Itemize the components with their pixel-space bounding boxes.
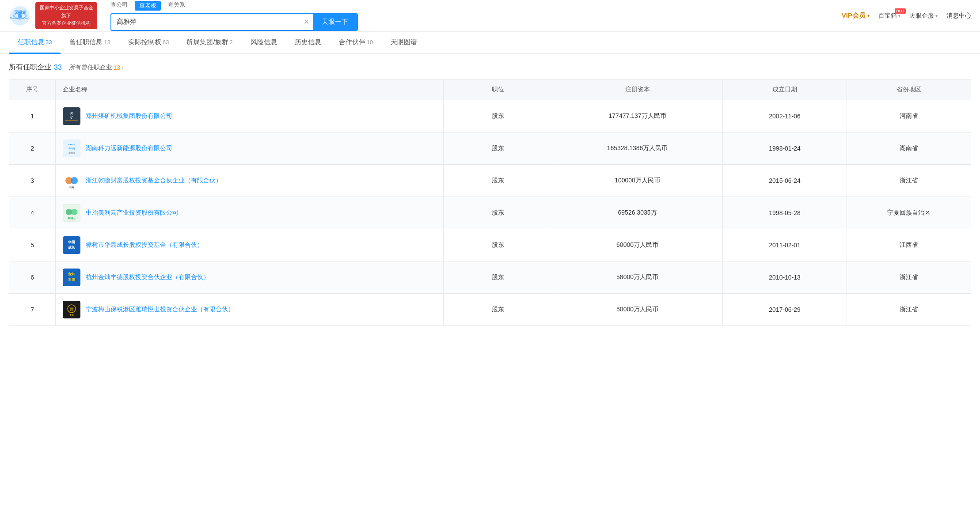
search-button[interactable]: 天眼一下 xyxy=(313,14,357,30)
company-name-link[interactable]: 郑州煤矿机械集团股份有限公司 xyxy=(86,112,172,120)
svg-text:华晨: 华晨 xyxy=(68,240,76,244)
svg-text:成长: 成长 xyxy=(68,246,76,250)
table-row: 6 金灿丰德 杭州金灿丰德股权投资合伙企业（有限合伙） 股东 58000万人民币… xyxy=(9,261,971,294)
cell-capital: 60000万人民币 xyxy=(552,229,722,261)
cell-company: 华晨成长 樟树市华晨成长股权投资基金（有限合伙） xyxy=(56,229,444,261)
table-row: 2 cazud科力远新能源 湖南科力远新能源股份有限公司 股东 165328.1… xyxy=(9,132,971,165)
cell-company: cazud科力远新能源 湖南科力远新能源股份有限公司 xyxy=(56,132,444,165)
svg-rect-23 xyxy=(63,269,80,286)
tab-partner[interactable]: 合作伙伴10 xyxy=(330,32,382,54)
nav-message[interactable]: 消息中心 xyxy=(946,12,971,20)
cell-capital: 69526.3035万 xyxy=(552,197,722,229)
tab-boss[interactable]: 查老板 xyxy=(135,1,161,11)
cell-capital: 50000万人民币 xyxy=(552,294,722,326)
th-seq: 序号 xyxy=(9,79,56,100)
company-logo: cazud科力远新能源 xyxy=(63,140,80,157)
section-count: 33 xyxy=(54,64,62,72)
svg-point-17 xyxy=(66,209,72,215)
company-logo: 金灿丰德 xyxy=(63,269,80,286)
search-input[interactable] xyxy=(111,18,300,26)
company-logo: 华晨成长 xyxy=(63,236,80,254)
cell-seq: 3 xyxy=(9,165,56,197)
cell-capital: 58000万人民币 xyxy=(552,261,722,294)
cell-seq: 2 xyxy=(9,132,56,165)
tab-history[interactable]: 历史信息 xyxy=(286,32,330,54)
right-nav: VIP会员 ▾ 百宝箱 HOT ▾ 天眼企服 ▾ 消息中心 xyxy=(842,11,971,20)
tab-current-jobs[interactable]: 任职信息33 xyxy=(9,32,61,54)
tab-past-jobs[interactable]: 曾任职信息13 xyxy=(61,32,119,54)
past-jobs-link[interactable]: 所有曾任职企业 13 › xyxy=(69,64,124,72)
companies-table: 序号 企业名称 职位 注册资本 成立日期 省份地区 1 郑矿 郑州煤矿机械集团股… xyxy=(9,79,971,326)
th-region: 省份地区 xyxy=(847,79,971,100)
cell-company: 郑矿 郑州煤矿机械集团股份有限公司 xyxy=(56,100,444,132)
cell-capital: 100000万人民币 xyxy=(552,165,722,197)
svg-point-14 xyxy=(71,177,78,184)
company-logo: 雅资本 xyxy=(63,301,80,318)
section-arrow-icon: › xyxy=(122,64,123,71)
company-name-link[interactable]: 中冶美利云产业投资股份有限公司 xyxy=(86,209,179,217)
cell-company: 雅资本 宁波梅山保税港区雅瑞悦世投资合伙企业（有限合伙） xyxy=(56,294,444,326)
vip-button[interactable]: VIP会员 ▾ xyxy=(842,11,870,20)
company-name-link[interactable]: 宁波梅山保税港区雅瑞悦世投资合伙企业（有限合伙） xyxy=(86,306,234,314)
table-row: 3 乾瞻 浙江乾瞻财富股权投资基金合伙企业（有限合伙） 股东 100000万人民… xyxy=(9,165,971,197)
cell-position: 股东 xyxy=(444,294,552,326)
company-name-link[interactable]: 樟树市华晨成长股权投资基金（有限合伙） xyxy=(86,241,203,249)
tianyanacha-logo: 天眼查 TianYanCha.com xyxy=(9,5,31,27)
tab-graph[interactable]: 天眼图谱 xyxy=(382,32,426,54)
th-date: 成立日期 xyxy=(723,79,847,100)
nav-baobao[interactable]: 百宝箱 HOT ▾ xyxy=(878,12,900,20)
tab-group[interactable]: 所属集团/族群2 xyxy=(178,32,241,54)
section-title: 所有任职企业 xyxy=(9,63,51,72)
tab-actual-control[interactable]: 实际控制权63 xyxy=(119,32,178,54)
svg-text:丰德: 丰德 xyxy=(68,278,76,282)
search-area: 查公司 查老板 查关系 ✕ 天眼一下 xyxy=(110,1,358,31)
nav-qifu[interactable]: 天眼企服 ▾ xyxy=(909,12,938,20)
table-row: 4 美利云 中冶美利云产业投资股份有限公司 股东 69526.3035万 199… xyxy=(9,197,971,229)
cell-date: 2017-06-29 xyxy=(723,294,847,326)
cell-seq: 5 xyxy=(9,229,56,261)
table-header-row: 序号 企业名称 职位 注册资本 成立日期 省份地区 xyxy=(9,79,971,100)
table-row: 7 雅资本 宁波梅山保税港区雅瑞悦世投资合伙企业（有限合伙） 股东 50000万… xyxy=(9,294,971,326)
cell-region: 宁夏回族自治区 xyxy=(847,197,971,229)
cell-position: 股东 xyxy=(444,165,552,197)
cell-position: 股东 xyxy=(444,229,552,261)
company-name-link[interactable]: 湖南科力远新能源股份有限公司 xyxy=(86,144,172,152)
company-name-link[interactable]: 浙江乾瞻财富股权投资基金合伙企业（有限合伙） xyxy=(86,177,222,185)
cell-date: 2010-10-13 xyxy=(723,261,847,294)
cell-region: 湖南省 xyxy=(847,132,971,165)
svg-text:雅: 雅 xyxy=(69,307,74,311)
cell-date: 2015-06-24 xyxy=(723,165,847,197)
cell-capital: 177477.137万人民币 xyxy=(552,100,722,132)
company-logo: 乾瞻 xyxy=(63,172,80,189)
tab-risk[interactable]: 风险信息 xyxy=(242,32,286,54)
cell-position: 股东 xyxy=(444,100,552,132)
cell-company: 美利云 中冶美利云产业投资股份有限公司 xyxy=(56,197,444,229)
table-row: 1 郑矿 郑州煤矿机械集团股份有限公司 股东 177477.137万人民币 20… xyxy=(9,100,971,132)
cell-date: 2011-02-01 xyxy=(723,229,847,261)
th-company: 企业名称 xyxy=(56,79,444,100)
cell-date: 2002-11-06 xyxy=(723,100,847,132)
cell-region: 江西省 xyxy=(847,229,971,261)
nav-arrow-icon: ▾ xyxy=(898,13,900,18)
svg-text:科力远: 科力远 xyxy=(68,147,76,150)
svg-rect-7 xyxy=(65,120,78,121)
tab-relation[interactable]: 查关系 xyxy=(168,1,185,11)
table-row: 5 华晨成长 樟树市华晨成长股权投资基金（有限合伙） 股东 60000万人民币 … xyxy=(9,229,971,261)
search-tabs: 查公司 查老板 查关系 xyxy=(110,1,358,11)
vip-arrow-icon: ▾ xyxy=(867,13,870,18)
cell-company: 乾瞻 浙江乾瞻财富股权投资基金合伙企业（有限合伙） xyxy=(56,165,444,197)
company-name-link[interactable]: 杭州金灿丰德股权投资合伙企业（有限合伙） xyxy=(86,273,209,281)
cell-region: 浙江省 xyxy=(847,165,971,197)
cell-seq: 1 xyxy=(9,100,56,132)
cell-company: 金灿丰德 杭州金灿丰德股权投资合伙企业（有限合伙） xyxy=(56,261,444,294)
cell-seq: 4 xyxy=(9,197,56,229)
tab-nav: 任职信息33 曾任职信息13 实际控制权63 所属集团/族群2 风险信息 历史信… xyxy=(0,32,980,54)
section-header: 所有任职企业 33 所有曾任职企业 13 › xyxy=(9,63,971,72)
tab-company[interactable]: 查公司 xyxy=(110,1,128,11)
svg-text:cazud: cazud xyxy=(68,143,76,146)
clear-icon[interactable]: ✕ xyxy=(300,18,313,26)
hot-badge: HOT xyxy=(895,8,906,14)
content: 所有任职企业 33 所有曾任职企业 13 › 序号 企业名称 职位 注册资本 成… xyxy=(0,54,980,326)
cell-seq: 7 xyxy=(9,294,56,326)
header: 天眼查 TianYanCha.com 国家中小企业发展子基金旗下 官方备案企业征… xyxy=(0,0,980,32)
